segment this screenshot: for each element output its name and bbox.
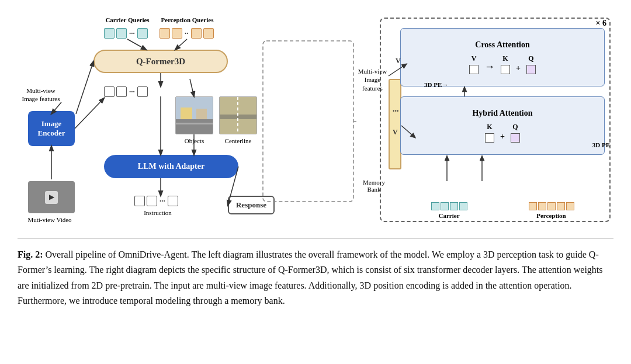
perception-bottom-label: Perception: [536, 212, 566, 219]
carrier-b1: [431, 202, 439, 210]
carrier-dots: ···: [129, 29, 135, 38]
page-container: Carrier Queries Perception Queries ··· ·…: [0, 0, 631, 321]
instr-dots: ···: [160, 196, 165, 206]
pe-label-hybrid: 3D PE: [592, 141, 610, 148]
svg-line-16: [76, 61, 93, 114]
play-icon: ▶: [45, 191, 58, 204]
diagram-area: Carrier Queries Perception Queries ··· ·…: [18, 12, 613, 228]
svg-rect-3: [196, 109, 207, 119]
perception-query-boxes: ··: [160, 28, 214, 39]
svg-rect-19: [263, 41, 353, 202]
fig-label: Fig. 2:: [18, 249, 43, 259]
instr-box-3: [168, 196, 178, 206]
q-box-cross: [526, 65, 536, 74]
perception-b2: [538, 202, 546, 210]
carrier-box-3: [137, 28, 148, 39]
perception-box-4: [203, 28, 214, 39]
k-box-hybrid: [485, 133, 494, 143]
caption-area: Fig. 2: Overall pipeline of OmniDrive-Ag…: [18, 238, 613, 309]
query-row-mid: ···: [104, 86, 148, 97]
carrier-box-2: [116, 28, 127, 39]
k-label-hybrid: K: [487, 123, 492, 131]
image-encoder-box: ImageEncoder: [28, 111, 75, 146]
caption-text: Overall pipeline of OmniDrive-Agent. The…: [18, 249, 603, 306]
perception-b5: [566, 202, 574, 210]
svg-rect-2: [181, 108, 192, 119]
svg-line-8: [127, 39, 146, 50]
perception-queries-label: Perception Queries: [160, 16, 215, 23]
svg-rect-4: [176, 123, 213, 124]
llm-box: LLM with Adapter: [104, 155, 238, 178]
svg-line-9: [175, 39, 187, 50]
response-box: Response: [228, 196, 275, 214]
carrier-box-1: [104, 28, 115, 39]
k-label-cross: K: [502, 54, 508, 63]
carrier-bottom-group: Carrier: [431, 202, 467, 219]
query-dots-mid: ···: [129, 87, 135, 96]
pe-label-cross: 3D PE→: [424, 81, 448, 88]
carrier-b3: [450, 202, 458, 210]
multiview-label-left: Multi-viewImage features: [20, 86, 61, 103]
svg-line-21: [190, 79, 194, 96]
bottom-boxes-area: Carrier Perception: [400, 202, 605, 219]
perception-box-2: [172, 28, 182, 39]
hybrid-attention-box: Hybrid Attention K + Q: [400, 96, 605, 155]
right-diagram: × 6 Multi-viewImage features Memory Bank…: [356, 12, 613, 228]
perception-bottom-group: Perception: [529, 202, 574, 219]
objects-image: [175, 96, 213, 134]
cross-attention-box: Cross Attention V → K: [400, 28, 605, 86]
plus-cross: +: [516, 64, 521, 73]
perception-b1: [529, 202, 537, 210]
multiview-video-label: Muti-view Video: [23, 216, 76, 223]
objects-label: Objects: [175, 137, 213, 144]
centerline-label: Centerline: [219, 137, 257, 144]
q-label-hybrid: Q: [512, 123, 518, 131]
v-box-cross: [469, 65, 479, 74]
carrier-bottom-label: Carrier: [438, 212, 459, 219]
left-diagram: Carrier Queries Perception Queries ··· ·…: [18, 12, 356, 228]
instruction-row: ···: [134, 196, 178, 206]
carrier-query-boxes: ···: [104, 28, 148, 39]
perception-box-1: [160, 28, 170, 39]
carrier-b2: [441, 202, 449, 210]
q-label-cross: Q: [528, 54, 533, 63]
q-box-hybrid: [511, 133, 520, 143]
carrier-queries-label: Carrier Queries: [104, 16, 151, 23]
video-thumbnail: ▶: [28, 181, 75, 213]
qformer3d-box: Q-Former3D: [93, 50, 228, 73]
arrow-cross: →: [484, 61, 495, 73]
instruction-label: Instruction: [134, 209, 181, 216]
plus-hybrid: +: [500, 132, 505, 141]
query-box-m3: [137, 86, 148, 97]
perception-b4: [557, 202, 565, 210]
k-box-cross: [501, 65, 510, 74]
times-six-label: × 6: [596, 19, 606, 28]
perception-box-3: [191, 28, 202, 39]
svg-rect-1: [176, 119, 213, 134]
memory-bank-label: Memory Bank: [356, 179, 391, 193]
memory-bank-rect: [389, 79, 401, 169]
instr-box-1: [134, 196, 145, 206]
perception-bottom-row: [529, 202, 574, 210]
svg-line-13: [75, 98, 104, 129]
carrier-b4: [459, 202, 467, 210]
query-box-m2: [116, 86, 127, 97]
v-label-cross: V: [471, 54, 477, 63]
carrier-bottom-row: [431, 202, 467, 210]
instr-box-2: [147, 196, 157, 206]
query-box-m1: [104, 86, 115, 97]
multiview-label-right: Multi-viewImage features: [356, 67, 389, 92]
perception-dots: ··: [185, 29, 189, 38]
centerline-image: [219, 96, 257, 134]
perception-b3: [547, 202, 556, 210]
